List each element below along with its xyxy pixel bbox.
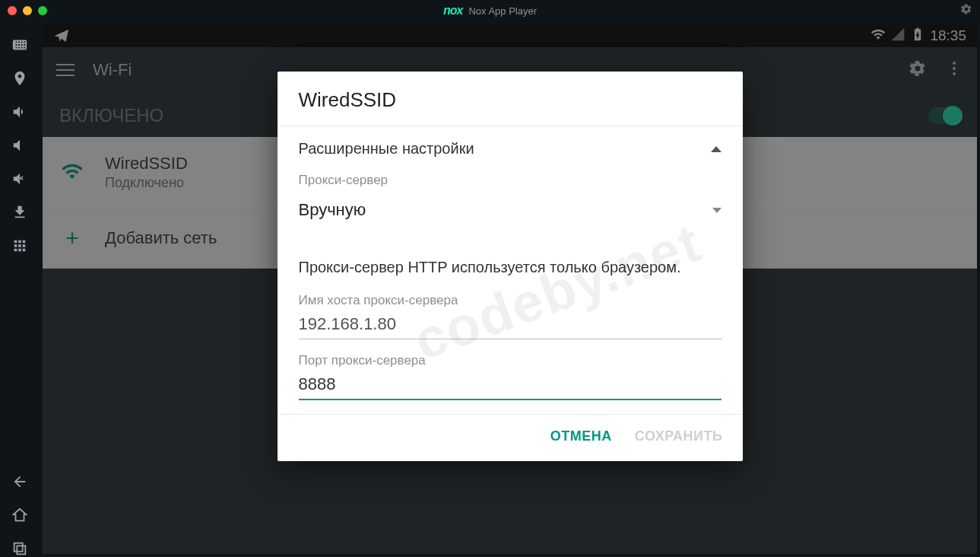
wifi-settings-dialog: WiredSSID Расширенные настройки Прокси-с… [278,72,743,461]
modal-scrim[interactable]: WiredSSID Расширенные настройки Прокси-с… [43,24,977,554]
title-bar: nox Nox App Player [0,0,980,21]
title-bar-center: nox Nox App Player [443,4,537,18]
home-icon[interactable] [11,507,28,524]
svg-rect-1 [17,546,25,554]
dialog-actions: ОТМЕНА СОХРАНИТЬ [278,415,743,461]
proxy-select[interactable]: Вручную [299,188,722,237]
svg-rect-0 [14,543,23,552]
nox-logo: nox [443,4,462,18]
apk-install-icon[interactable] [11,204,28,221]
proxy-label: Прокси-сервер [299,173,722,188]
keyboard-icon[interactable] [11,37,28,53]
dropdown-caret-icon [712,208,722,213]
advanced-settings-label: Расширенные настройки [299,140,474,158]
window-controls [8,6,47,15]
hostname-input[interactable] [299,308,722,339]
maximize-window-button[interactable] [38,6,47,15]
location-icon[interactable] [11,70,28,87]
dialog-title: WiredSSID [278,72,743,126]
save-button[interactable]: СОХРАНИТЬ [635,428,723,444]
port-input[interactable] [299,368,722,400]
volume-up-icon[interactable] [11,103,28,120]
minimize-window-button[interactable] [23,6,32,15]
hostname-label: Имя хоста прокси-сервера [299,293,722,308]
more-tools-icon[interactable] [11,237,28,254]
window: nox Nox App Player [0,0,980,557]
proxy-value: Вручную [299,200,366,220]
content-row: 18:35 Wi-Fi ВКЛЮЧЕНО WiredSSI [0,21,980,557]
chevron-up-icon [711,146,722,152]
nox-sidebar [0,21,40,557]
settings-menu-button[interactable] [960,3,972,18]
dialog-body: Расширенные настройки Прокси-сервер Вруч… [278,126,743,415]
back-icon[interactable] [11,473,28,490]
emulator-screen: 18:35 Wi-Fi ВКЛЮЧЕНО WiredSSI [43,24,977,554]
close-window-button[interactable] [8,6,17,15]
volume-down-icon[interactable] [11,137,28,154]
advanced-settings-expander[interactable]: Расширенные настройки [299,126,722,168]
proxy-info-text: Прокси-сервер HTTP используется только б… [299,256,722,278]
recent-apps-icon[interactable] [11,540,28,557]
cancel-button[interactable]: ОТМЕНА [550,428,612,444]
volume-mute-icon[interactable] [11,170,28,187]
window-title: Nox App Player [468,5,537,17]
port-label: Порт прокси-сервера [299,353,722,368]
